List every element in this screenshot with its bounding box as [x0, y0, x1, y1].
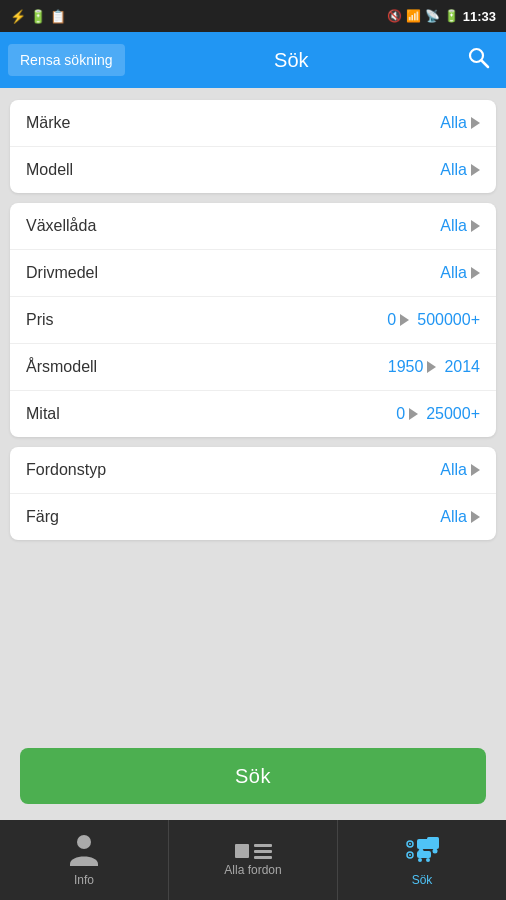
status-bar: ⚡ 🔋 📋 🔇 📶 📡 🔋 11:33 — [0, 0, 506, 32]
svg-rect-8 — [427, 837, 439, 843]
svg-point-12 — [418, 858, 422, 862]
cars-icon — [403, 834, 441, 869]
svg-point-4 — [409, 843, 411, 845]
mital-min-chevron-icon — [409, 408, 418, 420]
arsmodell-row[interactable]: Årsmodell 1950 2014 — [10, 344, 496, 391]
clock: 11:33 — [463, 9, 496, 24]
pris-range-values: 0 500000+ — [387, 311, 480, 329]
modell-label: Modell — [26, 161, 73, 179]
farg-chevron-icon — [471, 511, 480, 523]
fordonstyp-value: Alla — [440, 461, 480, 479]
vaxellada-chevron-icon — [471, 220, 480, 232]
main-content: Märke Alla Modell Alla Växellåda Alla Dr… — [0, 88, 506, 820]
card-marke-modell: Märke Alla Modell Alla — [10, 100, 496, 193]
mital-min-value: 0 — [396, 405, 418, 423]
sok-action-button[interactable]: Sök — [20, 748, 486, 804]
vaxellada-value: Alla — [440, 217, 480, 235]
usb-icon: ⚡ — [10, 9, 26, 24]
person-icon — [70, 834, 98, 869]
marke-label: Märke — [26, 114, 70, 132]
svg-point-10 — [433, 848, 438, 853]
marke-value: Alla — [440, 114, 480, 132]
battery-small-icon: 🔋 — [30, 9, 46, 24]
nav-info-label: Info — [74, 873, 94, 887]
top-nav: Rensa sökning Sök — [0, 32, 506, 88]
drivmedel-chevron-icon — [471, 267, 480, 279]
nav-sok-label: Sök — [412, 873, 433, 887]
farg-value: Alla — [440, 508, 480, 526]
farg-row[interactable]: Färg Alla — [10, 494, 496, 540]
mital-range-values: 0 25000+ — [396, 405, 480, 423]
nav-title: Sök — [133, 49, 450, 72]
list-icon — [235, 844, 272, 859]
arsmodell-label: Årsmodell — [26, 358, 106, 376]
search-icon — [466, 45, 490, 69]
pris-max-value: 500000+ — [417, 311, 480, 329]
pris-label: Pris — [26, 311, 106, 329]
svg-line-1 — [482, 61, 489, 68]
status-right-icons: 🔇 📶 📡 🔋 11:33 — [387, 9, 496, 24]
svg-point-13 — [426, 858, 430, 862]
clear-search-button[interactable]: Rensa sökning — [8, 44, 125, 76]
svg-point-2 — [77, 835, 91, 849]
fordonstyp-row[interactable]: Fordonstyp Alla — [10, 447, 496, 494]
nav-item-sok[interactable]: Sök — [338, 820, 506, 900]
nav-alla-fordon-label: Alla fordon — [224, 863, 281, 877]
card-fordonstyp-farg: Fordonstyp Alla Färg Alla — [10, 447, 496, 540]
drivmedel-value: Alla — [440, 264, 480, 282]
arsmodell-min-value: 1950 — [388, 358, 437, 376]
modell-value: Alla — [440, 161, 480, 179]
marke-chevron-icon — [471, 117, 480, 129]
bottom-bar-wrapper: Sök Info — [0, 738, 506, 900]
modell-row[interactable]: Modell Alla — [10, 147, 496, 193]
status-left-icons: ⚡ 🔋 📋 — [10, 9, 66, 24]
nav-item-info[interactable]: Info — [0, 820, 169, 900]
pris-row[interactable]: Pris 0 500000+ — [10, 297, 496, 344]
drivmedel-label: Drivmedel — [26, 264, 98, 282]
arsmodell-range-values: 1950 2014 — [388, 358, 480, 376]
farg-label: Färg — [26, 508, 59, 526]
svg-rect-11 — [417, 851, 431, 858]
mital-row[interactable]: Mital 0 25000+ — [10, 391, 496, 437]
arsmodell-max-value: 2014 — [444, 358, 480, 376]
search-button[interactable] — [458, 41, 498, 79]
marke-row[interactable]: Märke Alla — [10, 100, 496, 147]
drivmedel-row[interactable]: Drivmedel Alla — [10, 250, 496, 297]
vaxellada-label: Växellåda — [26, 217, 96, 235]
vaxellada-row[interactable]: Växellåda Alla — [10, 203, 496, 250]
sim-icon: 📋 — [50, 9, 66, 24]
pris-min-value: 0 — [387, 311, 409, 329]
fordonstyp-label: Fordonstyp — [26, 461, 106, 479]
bottom-nav: Info Alla fordon — [0, 820, 506, 900]
sok-btn-wrapper: Sök — [0, 738, 506, 820]
modell-chevron-icon — [471, 164, 480, 176]
wifi-icon: 📶 — [406, 9, 421, 23]
mital-label: Mital — [26, 405, 106, 423]
svg-point-6 — [409, 854, 411, 856]
mital-max-value: 25000+ — [426, 405, 480, 423]
mute-icon: 🔇 — [387, 9, 402, 23]
card-filters: Växellåda Alla Drivmedel Alla Pris 0 500… — [10, 203, 496, 437]
signal-icon: 📡 — [425, 9, 440, 23]
pris-min-chevron-icon — [400, 314, 409, 326]
battery-full-icon: 🔋 — [444, 9, 459, 23]
arsmodell-min-chevron-icon — [427, 361, 436, 373]
fordonstyp-chevron-icon — [471, 464, 480, 476]
nav-item-alla-fordon[interactable]: Alla fordon — [169, 820, 338, 900]
